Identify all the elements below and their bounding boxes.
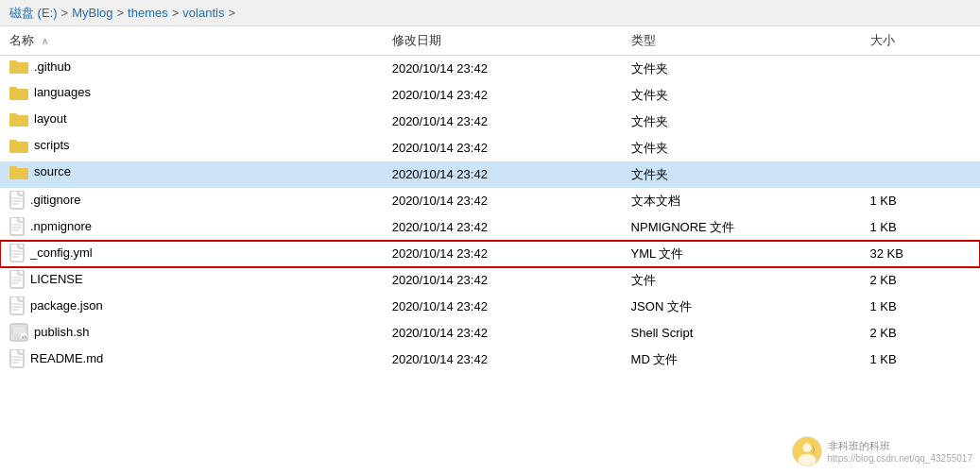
table-row[interactable]: _config.yml2020/10/14 23:42YML 文件32 KB	[0, 241, 980, 267]
svg-point-37	[798, 454, 816, 466]
table-row[interactable]: scripts2020/10/14 23:42文件夹	[0, 135, 980, 161]
file-icon	[9, 191, 25, 210]
file-date: 2020/10/14 23:42	[383, 82, 622, 109]
folder-icon	[9, 85, 28, 100]
bc-sep3: >	[172, 6, 180, 20]
watermark-avatar	[792, 436, 822, 466]
file-name-text: .npmignore	[30, 219, 92, 233]
table-row[interactable]: layout2020/10/14 23:42文件夹	[0, 109, 980, 135]
file-size: 1 KB	[861, 347, 980, 373]
file-size: 32 KB	[861, 241, 980, 267]
file-size: 2 KB	[861, 320, 980, 347]
file-type: 文件夹	[622, 135, 861, 161]
col-header-type[interactable]: 类型	[622, 26, 861, 56]
folder-icon	[9, 138, 28, 153]
file-date: 2020/10/14 23:42	[383, 294, 622, 320]
folder-icon	[9, 111, 28, 127]
col-header-size[interactable]: 大小	[861, 26, 980, 56]
file-date: 2020/10/14 23:42	[383, 56, 622, 82]
file-size: 1 KB	[861, 294, 980, 320]
file-name-text: source	[34, 164, 71, 178]
file-icon	[9, 217, 25, 236]
file-list-body: .github2020/10/14 23:42文件夹 languages2020…	[0, 56, 980, 373]
bc-volantis[interactable]: volantis	[182, 6, 224, 20]
file-name-cell: .npmignore	[0, 214, 383, 239]
file-name-cell: LICENSE	[0, 267, 383, 292]
svg-rect-4	[9, 168, 28, 179]
file-name-cell: .github	[0, 56, 383, 76]
file-type: 文件	[622, 267, 861, 294]
file-type: 文本文档	[622, 188, 861, 214]
file-size: 1 KB	[861, 188, 980, 214]
file-date: 2020/10/14 23:42	[383, 267, 622, 294]
table-row[interactable]: .github2020/10/14 23:42文件夹	[0, 56, 980, 82]
file-type: 文件夹	[622, 82, 861, 109]
bc-myblog[interactable]: MyBlog	[72, 6, 112, 20]
file-type: 文件夹	[622, 109, 861, 135]
table-row[interactable]: package.json2020/10/14 23:42JSON 文件1 KB	[0, 294, 980, 320]
file-name-cell: sh publish.sh	[0, 320, 383, 345]
svg-rect-5	[10, 191, 24, 209]
file-name-text: scripts	[34, 138, 70, 152]
bc-sep2: >	[117, 6, 125, 20]
file-date: 2020/10/14 23:42	[383, 214, 622, 241]
bc-sep4: >	[228, 6, 235, 20]
table-row[interactable]: .npmignore2020/10/14 23:42NPMIGNORE 文件1 …	[0, 214, 980, 241]
table-row[interactable]: languages2020/10/14 23:42文件夹	[0, 82, 980, 109]
file-area: 名称 ∧ 修改日期 类型 大小 .github2020/10/14 23:42文…	[0, 26, 980, 474]
file-name-text: publish.sh	[34, 325, 90, 339]
file-name-text: layout	[34, 111, 67, 126]
col-header-name[interactable]: 名称 ∧	[0, 26, 383, 56]
file-size	[861, 56, 980, 82]
file-table: 名称 ∧ 修改日期 类型 大小 .github2020/10/14 23:42文…	[0, 26, 980, 373]
file-type: 文件夹	[622, 56, 861, 82]
file-name-text: LICENSE	[30, 272, 83, 286]
svg-rect-3	[9, 142, 28, 153]
svg-point-36	[802, 444, 811, 452]
svg-rect-0	[9, 62, 28, 74]
file-name-cell: source	[0, 161, 383, 182]
file-name-cell: package.json	[0, 294, 383, 318]
table-row[interactable]: LICENSE2020/10/14 23:42文件2 KB	[0, 267, 980, 294]
svg-rect-1	[9, 89, 28, 100]
file-icon	[9, 270, 25, 289]
file-size	[861, 161, 980, 188]
file-name-text: package.json	[30, 298, 103, 313]
file-icon	[9, 296, 25, 315]
file-date: 2020/10/14 23:42	[383, 241, 622, 267]
file-name-text: .github	[34, 59, 71, 74]
svg-rect-21	[10, 296, 24, 314]
file-type: JSON 文件	[622, 294, 861, 320]
watermark-url: https://blog.csdn.net/qq_43255017	[828, 453, 972, 464]
file-size: 1 KB	[861, 214, 980, 241]
file-name-text: _config.yml	[30, 245, 93, 260]
breadcrumb-bar: 磁盘 (E:) > MyBlog > themes > volantis >	[0, 0, 980, 26]
file-size: 2 KB	[861, 267, 980, 294]
watermark-label: 非科班的科班	[828, 439, 972, 453]
watermark: 非科班的科班 https://blog.csdn.net/qq_43255017	[792, 436, 972, 466]
file-date: 2020/10/14 23:42	[383, 109, 622, 135]
file-icon	[9, 349, 25, 368]
table-row[interactable]: sh publish.sh2020/10/14 23:42Shell Scrip…	[0, 320, 980, 347]
table-row[interactable]: .gitignore2020/10/14 23:42文本文档1 KB	[0, 188, 980, 214]
file-size	[861, 82, 980, 109]
file-date: 2020/10/14 23:42	[383, 188, 622, 214]
table-row[interactable]: source2020/10/14 23:42文件夹	[0, 161, 980, 188]
svg-rect-2	[9, 115, 28, 127]
file-date: 2020/10/14 23:42	[383, 135, 622, 161]
file-size	[861, 135, 980, 161]
file-date: 2020/10/14 23:42	[383, 347, 622, 373]
file-name-cell: .gitignore	[0, 188, 383, 212]
special-file-icon: sh	[9, 323, 28, 342]
svg-rect-13	[10, 244, 24, 262]
col-header-date[interactable]: 修改日期	[383, 26, 622, 56]
file-type: Shell Script	[622, 320, 861, 347]
file-date: 2020/10/14 23:42	[383, 161, 622, 188]
file-type: 文件夹	[622, 161, 861, 188]
bc-drive[interactable]: 磁盘 (E:)	[9, 5, 58, 22]
table-row[interactable]: README.md2020/10/14 23:42MD 文件1 KB	[0, 347, 980, 373]
svg-rect-31	[10, 349, 24, 367]
folder-icon	[9, 59, 28, 74]
folder-icon	[9, 164, 28, 179]
bc-themes[interactable]: themes	[128, 6, 168, 20]
